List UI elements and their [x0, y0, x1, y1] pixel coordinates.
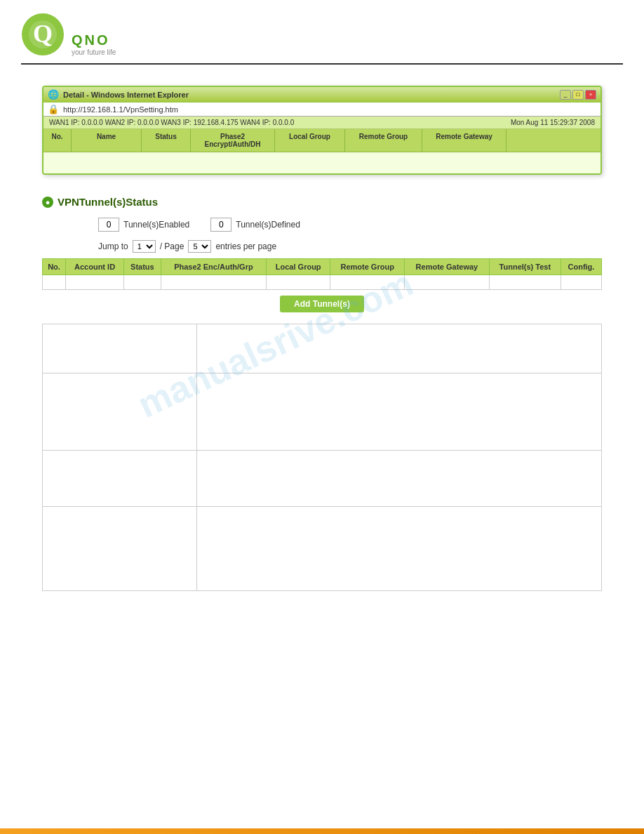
vpn-table: No. Account ID Status Phase2 Enc/Auth/Gr…	[42, 258, 602, 290]
th-account-id: Account ID	[66, 259, 124, 275]
td-no	[43, 275, 66, 290]
td-phase2	[161, 275, 266, 290]
browser-title: Detail - Windows Internet Explorer	[63, 91, 189, 99]
th-config: Config.	[561, 259, 601, 275]
header: Q QNO your future life	[0, 0, 644, 63]
ref-row-1	[43, 324, 602, 373]
col-remote-gateway: Remote Gateway	[422, 129, 507, 152]
browser-controls: _ □ ×	[560, 90, 596, 100]
minimize-button[interactable]: _	[560, 90, 571, 100]
logo-icon: Q	[21, 13, 65, 56]
th-tunnels-test: Tunnel(s) Test	[489, 259, 561, 275]
th-status: Status	[124, 259, 161, 275]
restore-button[interactable]: □	[572, 90, 584, 100]
close-button[interactable]: ×	[585, 90, 596, 100]
browser-table-header: No. Name Status Phase2Encrypt/Auth/DH Lo…	[43, 129, 601, 152]
address-bar: 🔒 http://192.168.1.1/VpnSetting.htm	[43, 102, 601, 117]
status-bar: WAN1 IP: 0.0.0.0 WAN2 IP: 0.0.0.0 WAN3 I…	[43, 117, 601, 129]
ref-cell-right-3	[197, 451, 602, 507]
th-remote-group: Remote Group	[330, 259, 405, 275]
pagination-row: Jump to 1 / Page 5 entries per page	[42, 240, 602, 253]
th-remote-gateway: Remote Gateway	[405, 259, 490, 275]
col-status: Status	[142, 129, 191, 152]
td-tunnels-test	[489, 275, 561, 290]
main-content: 🌐 Detail - Windows Internet Explorer _ □…	[0, 72, 644, 605]
tunnels-enabled-label: Tunnel(s)Enabled	[123, 220, 189, 230]
tunnels-enabled-box: 0 Tunnel(s)Enabled	[98, 218, 189, 232]
col-no: No.	[43, 129, 72, 152]
svg-text:Q: Q	[33, 20, 53, 48]
add-tunnel-row: Add Tunnel(s)	[42, 296, 602, 312]
ref-cell-right-1	[197, 324, 602, 373]
tunnels-defined-value: 0	[210, 218, 232, 232]
td-local-group	[267, 275, 330, 290]
th-phase2: Phase2 Enc/Auth/Grp	[161, 259, 266, 275]
ref-row-4	[43, 507, 602, 591]
col-phase2: Phase2Encrypt/Auth/DH	[191, 129, 275, 152]
reference-table	[42, 324, 602, 591]
tunnels-enabled-value: 0	[98, 218, 119, 232]
ref-cell-left-3	[43, 451, 197, 507]
col-remote-group: Remote Group	[345, 129, 422, 152]
ref-cell-left-4	[43, 507, 197, 591]
brand-name: QNO	[72, 32, 116, 48]
entries-per-page-label: entries per page	[215, 241, 276, 251]
td-config	[561, 275, 601, 290]
th-local-group: Local Group	[267, 259, 330, 275]
entries-per-page-select[interactable]: 5	[188, 240, 211, 253]
tunnels-defined-label: Tunnel(s)Defined	[236, 220, 300, 230]
info-icon: ●	[42, 197, 53, 208]
vpn-title: VPNTunnel(s)Status	[58, 196, 158, 208]
tunnels-defined-box: 0 Tunnel(s)Defined	[210, 218, 300, 232]
browser-empty-row	[43, 152, 601, 173]
ref-cell-left-1	[43, 324, 197, 373]
section-title: ● VPNTunnel(s)Status	[42, 196, 602, 208]
ref-row-2	[43, 373, 602, 451]
ref-cell-right-4	[197, 507, 602, 591]
td-account-id	[66, 275, 124, 290]
browser-titlebar: 🌐 Detail - Windows Internet Explorer _ □…	[43, 87, 601, 102]
page-label: / Page	[160, 241, 185, 251]
wan-status: WAN1 IP: 0.0.0.0 WAN2 IP: 0.0.0.0 WAN3 I…	[49, 119, 294, 126]
ref-cell-right-2	[197, 373, 602, 451]
ref-cell-left-2	[43, 373, 197, 451]
timestamp: Mon Aug 11 15:29:37 2008	[511, 119, 595, 126]
table-row	[43, 275, 602, 290]
tunnel-stats: 0 Tunnel(s)Enabled 0 Tunnel(s)Defined	[42, 218, 602, 232]
logo-text: QNO your future life	[72, 32, 116, 56]
jump-to-select[interactable]: 1	[133, 240, 156, 253]
tagline: your future life	[72, 48, 116, 56]
td-remote-group	[330, 275, 405, 290]
add-tunnel-button[interactable]: Add Tunnel(s)	[280, 296, 364, 312]
jump-to-label: Jump to	[98, 241, 128, 251]
col-local-group: Local Group	[275, 129, 345, 152]
td-remote-gateway	[405, 275, 490, 290]
footer-bar	[0, 828, 644, 834]
url-text: http://192.168.1.1/VpnSetting.htm	[63, 105, 178, 114]
ref-row-3	[43, 451, 602, 507]
vpn-section: ● VPNTunnel(s)Status 0 Tunnel(s)Enabled …	[42, 196, 602, 591]
browser-window: 🌐 Detail - Windows Internet Explorer _ □…	[42, 86, 602, 175]
th-no: No.	[43, 259, 66, 275]
header-divider	[21, 63, 623, 65]
td-status	[124, 275, 161, 290]
col-name: Name	[72, 129, 142, 152]
